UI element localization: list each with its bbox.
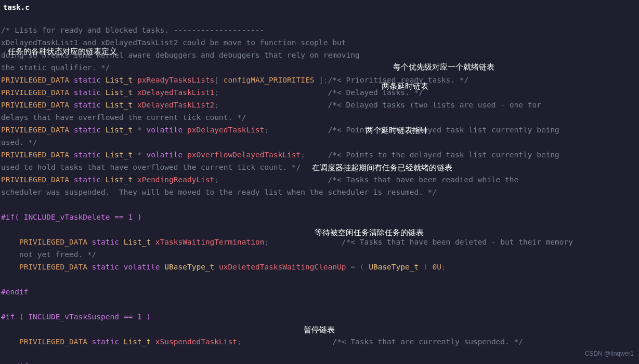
- comment-inline: /*< Tasks that are currently suspended. …: [332, 338, 523, 346]
- macro-token: PRIVILEGED_DATA: [1, 176, 69, 184]
- type-token: List_t: [106, 176, 133, 184]
- annotation-pending-ready: 在调度器挂起期间有任务已经就绪的链表: [312, 161, 452, 174]
- macro-token: PRIVILEGED_DATA: [1, 101, 69, 109]
- var-token: xTasksWaitingTermination: [155, 238, 265, 246]
- macro-token: PRIVILEGED_DATA: [19, 338, 87, 346]
- keyword-token: static: [74, 126, 101, 134]
- type-token: List_t: [106, 101, 133, 109]
- var-token: uxDeletedTasksWaitingCleanUp: [219, 263, 346, 271]
- type-token: UBaseType_t: [164, 263, 214, 271]
- macro-token: PRIVILEGED_DATA: [1, 88, 69, 97]
- type-token: List_t: [106, 76, 133, 84]
- macro-token: PRIVILEGED_DATA: [1, 76, 69, 84]
- watermark-label: CSDN @linqwer1: [585, 347, 634, 360]
- var-token: pxReadyTasksLists: [137, 76, 214, 84]
- type-token: List_t: [124, 238, 151, 246]
- annotation-task-states: 任务的各种状态对应的链表定义: [8, 45, 117, 58]
- annotation-waiting-termination: 等待被空闲任务清除任务的链表: [315, 226, 424, 239]
- annotation-priority-ready: 每个优先级对应一个就绪链表: [393, 61, 494, 73]
- keyword-token: static: [92, 263, 119, 271]
- type-token: List_t: [106, 151, 133, 159]
- comment-line: used to hold tasks that have overflowed …: [1, 163, 301, 171]
- keyword-token: volatile: [146, 126, 182, 134]
- keyword-token: static: [74, 76, 101, 84]
- macro-token: PRIVILEGED_DATA: [1, 151, 69, 159]
- var-token: xPendingReadyList: [137, 176, 214, 184]
- annotation-two-delay-lists: 两条延时链表: [382, 80, 428, 92]
- preprocessor-if: #if( INCLUDE_vTaskDelete == 1 ): [1, 213, 142, 221]
- comment-line: delays that have overflowed the current …: [1, 113, 246, 122]
- type-token: List_t: [106, 126, 133, 134]
- comment-inline: /*< Delayed tasks (two lists are used - …: [328, 101, 541, 109]
- comment-line: not yet freed. */: [19, 250, 96, 259]
- comment-line: the static qualifier. */: [1, 63, 110, 72]
- macro-token: PRIVILEGED_DATA: [19, 263, 87, 271]
- comment-inline: /*< Points to the delayed task list curr…: [328, 151, 559, 159]
- type-token: UBaseType_t: [369, 263, 419, 271]
- var-token: xSuspendedTaskList: [155, 338, 237, 346]
- macro-token: PRIVILEGED_DATA: [19, 238, 87, 246]
- keyword-token: static: [92, 338, 119, 346]
- keyword-token: static: [74, 88, 101, 97]
- comment-line: /* Lists for ready and blocked tasks. --…: [1, 26, 264, 34]
- keyword-token: volatile: [124, 263, 160, 271]
- keyword-token: volatile: [146, 151, 182, 159]
- comment-inline: /*< Points to the delayed task list curr…: [328, 126, 559, 134]
- comment-line: scheduler was suspended. They will be mo…: [1, 188, 437, 196]
- keyword-token: static: [74, 101, 101, 109]
- number-token: 0U: [432, 263, 441, 271]
- keyword-token: static: [92, 238, 119, 246]
- preprocessor-if: #if ( INCLUDE_vTaskSuspend == 1 ): [1, 313, 151, 321]
- var-token: xDelayedTaskList2: [137, 101, 214, 109]
- macro-token: PRIVILEGED_DATA: [1, 126, 69, 134]
- type-token: List_t: [106, 88, 133, 97]
- keyword-token: static: [74, 151, 101, 159]
- comment-line: used. */: [1, 138, 37, 146]
- var-token: xDelayedTaskList1: [137, 88, 214, 97]
- annotation-suspended: 暂停链表: [304, 323, 335, 336]
- macro-token: configMAX_PRIORITIES: [224, 76, 315, 84]
- comment-inline: /*< Tasks that have been readied while t…: [328, 176, 519, 184]
- var-token: pxOverflowDelayedTaskList: [187, 151, 301, 159]
- type-token: List_t: [124, 338, 151, 346]
- preprocessor-endif: #endif: [1, 288, 28, 296]
- keyword-token: static: [74, 176, 101, 184]
- comment-inline: /*< Tasks that have been deleted - but t…: [342, 238, 573, 246]
- var-token: pxDelayedTaskList: [187, 126, 264, 134]
- annotation-two-delay-ptrs: 两个延时链表指针: [366, 124, 428, 137]
